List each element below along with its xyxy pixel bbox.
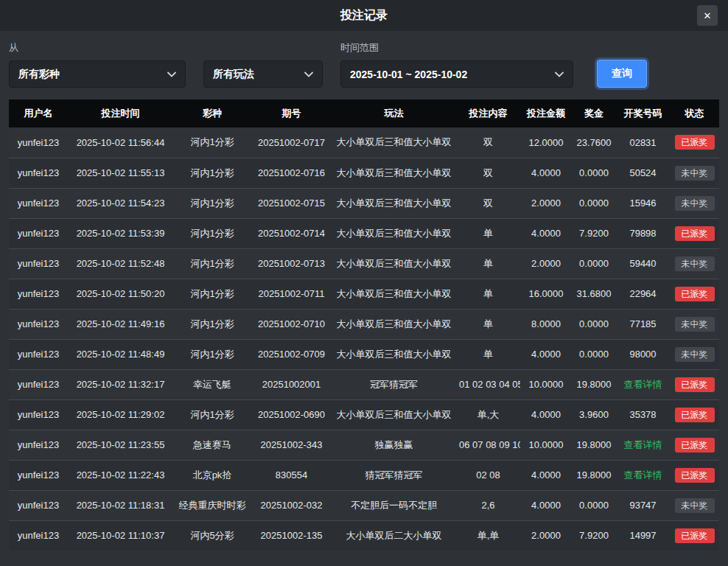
username-cell: yunfei123: [9, 399, 68, 430]
status-badge: 已派奖: [675, 408, 715, 422]
header-prize: 奖金: [572, 99, 616, 127]
bet-time-cell: 2025-10-02 11:22:43: [68, 460, 173, 490]
status-cell: 已派奖: [670, 369, 719, 399]
table-header: 用户名 投注时间 彩种 期号 玩法 投注内容 投注金额 奖金 开奖号码 状态: [9, 99, 719, 127]
header-username: 用户名: [9, 99, 68, 127]
status-badge: 未中奖: [675, 317, 715, 332]
winning-numbers-cell: 93747: [616, 490, 670, 520]
status-cell: 未中奖: [670, 248, 719, 279]
bet-content-cell: 06 07 08 09 10: [456, 430, 520, 460]
time-range-filter-group: 时间范围 2025-10-01 ~ 2025-10-02: [340, 41, 573, 88]
bet-time-cell: 2025-10-02 11:52:48: [68, 248, 173, 279]
table-body: yunfei1232025-10-02 11:56:44河内1分彩2025100…: [9, 127, 719, 551]
close-icon: ✕: [704, 11, 712, 21]
query-button[interactable]: 查询: [597, 60, 647, 88]
view-details-link[interactable]: 查看详情: [624, 469, 662, 481]
date-range-select[interactable]: 2025-10-01 ~ 2025-10-02: [340, 60, 573, 88]
play-method-cell: 大小单双后三和值大小单双: [332, 279, 456, 309]
username-cell: yunfei123: [9, 127, 68, 158]
status-badge: 未中奖: [675, 347, 715, 362]
issue-number-cell: 20251002-0716: [251, 158, 332, 188]
winning-numbers-cell: 79898: [616, 218, 670, 248]
bet-amount-cell: 4.0000: [520, 339, 572, 369]
table-row: yunfei1232025-10-02 11:54:23河内1分彩2025100…: [9, 188, 719, 218]
close-button[interactable]: ✕: [697, 5, 718, 26]
play-method-cell: 大小单双后三和值大小单双: [332, 399, 456, 430]
header-winning-numbers: 开奖号码: [616, 99, 670, 127]
play-method-cell: 大小单双后三和值大小单双: [332, 218, 456, 248]
status-cell: 已派奖: [670, 399, 719, 430]
lottery-type-cell: 河内1分彩: [173, 279, 251, 309]
bet-time-cell: 2025-10-02 11:49:16: [68, 309, 173, 339]
play-method-cell: 大小单双后三和值大小单双: [332, 158, 456, 188]
status-cell: 已派奖: [670, 520, 719, 551]
lottery-type-cell: 河内1分彩: [173, 399, 251, 430]
winning-numbers-cell: 14997: [616, 520, 670, 551]
lottery-type-cell: 河内1分彩: [173, 309, 251, 339]
prize-cell: 0.0000: [572, 188, 616, 218]
header-lottery-type: 彩种: [173, 99, 251, 127]
play-filter-group: 所有玩法: [203, 60, 323, 88]
issue-number-cell: 20251002-0690: [251, 399, 332, 430]
play-method-select[interactable]: 所有玩法: [203, 60, 323, 88]
prize-cell: 19.8000: [572, 460, 616, 490]
bet-amount-cell: 8.0000: [520, 309, 572, 339]
status-badge: 已派奖: [675, 438, 715, 453]
winning-numbers-cell: 查看详情: [616, 369, 670, 399]
betting-records-modal: 投注记录 ✕ 从 所有彩种 所有玩法 时间范围: [0, 0, 728, 566]
issue-number-cell: 830554: [251, 460, 332, 490]
lottery-type-cell: 急速赛马: [173, 430, 251, 460]
username-cell: yunfei123: [9, 430, 68, 460]
winning-numbers-cell: 查看详情: [616, 430, 670, 460]
issue-number-cell: 20251002-0711: [251, 279, 332, 309]
lottery-type-select-value: 所有彩种: [18, 68, 60, 81]
bet-time-cell: 2025-10-02 11:10:37: [68, 520, 173, 551]
bet-time-cell: 2025-10-02 11:53:39: [68, 218, 173, 248]
prize-cell: 19.8000: [572, 430, 616, 460]
table-row: yunfei1232025-10-02 11:56:44河内1分彩2025100…: [9, 127, 719, 158]
issue-number-cell: 20251002-0715: [251, 188, 332, 218]
lottery-type-select[interactable]: 所有彩种: [9, 60, 186, 88]
time-range-label: 时间范围: [340, 41, 573, 55]
status-cell: 未中奖: [670, 490, 719, 520]
prize-cell: 0.0000: [572, 490, 616, 520]
username-cell: yunfei123: [9, 339, 68, 369]
username-cell: yunfei123: [9, 158, 68, 188]
bet-content-cell: 双: [456, 127, 520, 158]
bet-content-cell: 2,6: [456, 490, 520, 520]
username-cell: yunfei123: [9, 188, 68, 218]
issue-number-cell: 20251002-0717: [251, 127, 332, 158]
header-status: 状态: [670, 99, 719, 127]
username-cell: yunfei123: [9, 369, 68, 399]
status-badge: 已派奖: [675, 528, 715, 543]
view-details-link[interactable]: 查看详情: [624, 379, 662, 390]
play-method-cell: 猜冠军猜冠军: [332, 460, 456, 490]
table-header-row: 用户名 投注时间 彩种 期号 玩法 投注内容 投注金额 奖金 开奖号码 状态: [9, 99, 719, 127]
bet-time-cell: 2025-10-02 11:32:17: [68, 369, 173, 399]
prize-cell: 31.6800: [572, 279, 616, 309]
table-row: yunfei1232025-10-02 11:49:16河内1分彩2025100…: [9, 309, 719, 339]
bet-time-cell: 2025-10-02 11:48:49: [68, 339, 173, 369]
table-row: yunfei1232025-10-02 11:52:48河内1分彩2025100…: [9, 248, 719, 279]
header-issue-number: 期号: [251, 99, 332, 127]
bet-content-cell: 单: [456, 248, 520, 279]
bet-content-cell: 02 08: [456, 460, 520, 490]
status-cell: 已派奖: [670, 430, 719, 460]
view-details-link[interactable]: 查看详情: [624, 439, 662, 450]
prize-cell: 19.8000: [572, 369, 616, 399]
play-method-cell: 冠军猜冠军: [332, 369, 456, 399]
lottery-type-cell: 河内1分彩: [173, 248, 251, 279]
issue-number-cell: 20251002001: [251, 369, 332, 399]
lottery-type-cell: 经典重庆时时彩: [173, 490, 251, 520]
bet-time-cell: 2025-10-02 11:18:31: [68, 490, 173, 520]
lottery-type-cell: 河内1分彩: [173, 188, 251, 218]
lottery-type-cell: 河内1分彩: [173, 339, 251, 369]
username-cell: yunfei123: [9, 490, 68, 520]
bet-content-cell: 单: [456, 279, 520, 309]
winning-numbers-cell: 35378: [616, 399, 670, 430]
issue-number-cell: 20251002-0713: [251, 248, 332, 279]
status-cell: 已派奖: [670, 460, 719, 490]
bet-amount-cell: 2.0000: [520, 188, 572, 218]
winning-numbers-cell: 22964: [616, 279, 670, 309]
play-method-select-value: 所有玩法: [213, 68, 254, 81]
